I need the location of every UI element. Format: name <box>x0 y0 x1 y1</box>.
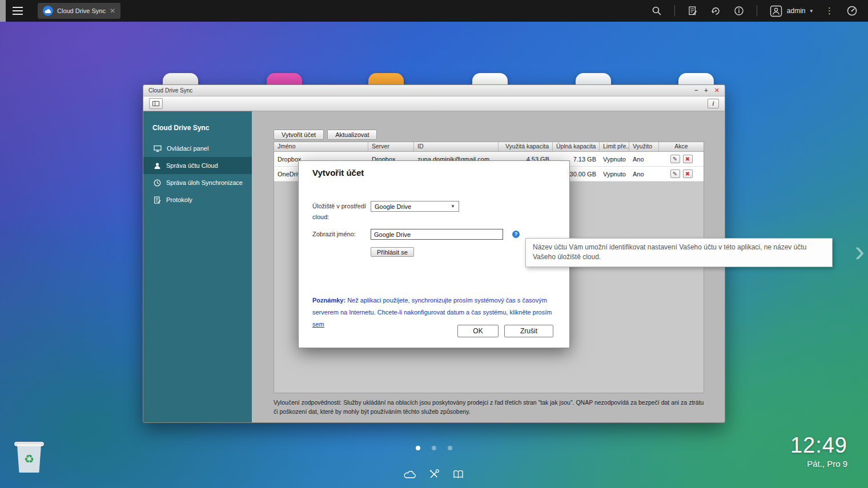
disclaimer-text: Vyloučení zodpovědnosti: Služby ukládání… <box>274 398 704 417</box>
sidebar-header: Cloud Drive Sync <box>143 119 252 140</box>
system-time-link[interactable]: sem <box>312 321 324 328</box>
sidebar-item-protokoly[interactable]: Protokoly <box>143 191 252 208</box>
sidebar-item-label: Ovládací panel <box>167 145 208 152</box>
desktop-clock: 12:49 Pát., Pro 9 <box>790 434 847 469</box>
refresh-button[interactable]: Aktualizovat <box>327 130 377 140</box>
dialog-title: Vytvořit účet <box>312 168 364 178</box>
minimize-button[interactable]: − <box>694 87 698 94</box>
help-tooltip: Název účtu Vám umožní identifikovat nast… <box>525 238 833 267</box>
more-menu-icon[interactable]: ⋮ <box>825 6 834 16</box>
tab-close-icon[interactable]: ✕ <box>110 7 115 14</box>
main-menu-button[interactable] <box>6 0 30 22</box>
external-device-icon[interactable] <box>710 6 721 16</box>
close-button[interactable]: ✕ <box>714 87 720 94</box>
recycle-symbol-icon: ♻ <box>14 452 45 466</box>
create-account-button[interactable]: Vytvořit účet <box>274 130 324 140</box>
page-dot-3[interactable] <box>448 446 452 450</box>
cell-enabled: Ano <box>629 171 659 178</box>
admin-label: admin <box>787 7 806 15</box>
sidebar-item-label: Protokoly <box>166 196 192 203</box>
topbar: Cloud Drive Sync ✕ admin ▾ ⋮ <box>0 0 868 22</box>
toggle-sidebar-button[interactable] <box>149 98 163 109</box>
sidebar-item-label: Správa úloh Synchronizace <box>166 179 243 186</box>
panel-icon <box>152 101 159 106</box>
table-header: Jméno Server ID Využitá kapacita Úplná k… <box>274 142 704 152</box>
monitor-icon <box>154 145 162 152</box>
user-menu[interactable]: admin ▾ <box>770 5 813 17</box>
clock-icon <box>154 179 161 187</box>
storage-label: Úložiště v prostředí cloud: <box>312 201 371 222</box>
cell-limit: Vypnuto <box>600 156 629 163</box>
app-info-button[interactable]: i <box>708 99 719 108</box>
cloud-drive-sync-icon <box>43 6 53 16</box>
column-header-vyuzita-kapacita[interactable]: Využitá kapacita <box>499 142 553 151</box>
selected-storage: Google Drive <box>375 203 411 210</box>
delete-account-button[interactable]: ✖ <box>683 155 693 163</box>
maximize-button[interactable]: + <box>704 87 708 94</box>
column-header-server[interactable]: Server <box>368 142 414 151</box>
edit-account-button[interactable]: ✎ <box>670 155 680 163</box>
logs-icon <box>154 196 161 204</box>
tab-label: Cloud Drive Sync <box>57 7 106 14</box>
tab-cloud-drive-sync[interactable]: Cloud Drive Sync ✕ <box>38 3 120 19</box>
background-tasks-icon[interactable] <box>688 6 698 16</box>
page-dot-2[interactable] <box>432 446 436 450</box>
topbar-divider <box>757 5 757 17</box>
display-name-input[interactable] <box>371 229 503 240</box>
column-header-akce[interactable]: Akce <box>659 142 704 151</box>
utilities-icon[interactable] <box>427 468 441 481</box>
sidebar-item-sprava-uctu-cloud[interactable]: Správa účtu Cloud <box>143 157 252 174</box>
topbar-divider <box>674 5 675 17</box>
clock-time: 12:49 <box>790 434 847 458</box>
manual-icon[interactable] <box>451 468 465 481</box>
recycle-bin-icon[interactable]: ♻ <box>14 439 45 474</box>
left-edge-strip <box>0 0 6 22</box>
notes-prefix: Poznámky: <box>312 297 345 304</box>
cancel-button[interactable]: Zrušit <box>504 325 553 337</box>
window-title: Cloud Drive Sync <box>148 87 192 94</box>
ok-button[interactable]: OK <box>457 325 499 337</box>
column-header-vyuzito[interactable]: Využito <box>629 142 659 151</box>
myqnapcloud-icon[interactable] <box>403 468 417 481</box>
chevron-down-icon: ▾ <box>810 8 813 14</box>
sidebar-item-sprava-uloh-synchronizace[interactable]: Správa úloh Synchronizace <box>143 174 252 191</box>
column-header-uplna-kapacita[interactable]: Úplná kapacita <box>553 142 600 151</box>
sidebar-item-ovladaci-panel[interactable]: Ovládací panel <box>143 140 252 157</box>
page-dot-1[interactable] <box>416 446 420 450</box>
cell-limit: Vypnuto <box>600 171 629 178</box>
info-icon[interactable] <box>734 6 744 16</box>
cell-enabled: Ano <box>629 156 659 163</box>
column-header-id[interactable]: ID <box>414 142 499 151</box>
sign-in-button[interactable]: Přihlásit se <box>371 247 414 257</box>
user-icon <box>154 162 161 170</box>
edit-account-button[interactable]: ✎ <box>670 170 680 178</box>
search-icon[interactable] <box>652 6 662 16</box>
desktop-page-dots <box>416 446 452 450</box>
next-desktop-page-chevron[interactable]: › <box>855 236 865 266</box>
cloud-storage-select[interactable]: Google Drive ▼ <box>371 201 459 212</box>
window-toolbar: i <box>143 96 725 111</box>
user-icon <box>770 5 782 17</box>
sidebar: Cloud Drive Sync Ovládací panel Správa ú… <box>143 111 252 422</box>
sidebar-item-label: Správa účtu Cloud <box>166 162 218 169</box>
column-header-jmeno[interactable]: Jméno <box>274 142 368 151</box>
window-titlebar[interactable]: Cloud Drive Sync − + ✕ <box>143 85 725 96</box>
dashboard-icon[interactable] <box>846 5 858 17</box>
display-name-label: Zobrazit jméno: <box>312 229 371 240</box>
chevron-down-icon: ▼ <box>451 204 455 209</box>
delete-account-button[interactable]: ✖ <box>683 170 693 178</box>
help-icon[interactable]: ? <box>512 231 520 238</box>
clock-date: Pát., Pro 9 <box>790 459 847 469</box>
column-header-limit[interactable]: Limit pře... <box>600 142 629 151</box>
